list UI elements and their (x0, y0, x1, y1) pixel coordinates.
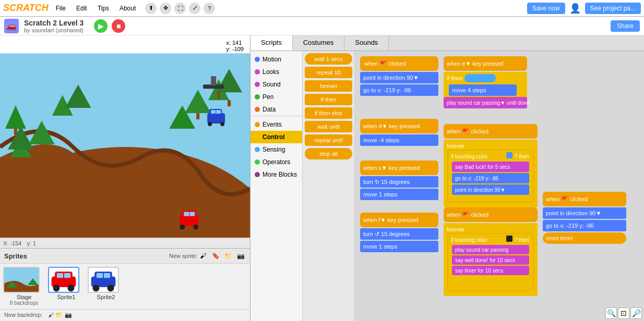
svg-rect-106 (452, 245, 529, 254)
more-categories: Events Control Sensing Operators (251, 116, 302, 183)
new-sprite-label: New sprite: (169, 253, 198, 259)
cat-data-label: Data (263, 106, 276, 113)
sensing-dot (255, 147, 260, 152)
nav-tips[interactable]: Tips (94, 4, 112, 13)
sprites-header: Sprites New sprite: 🖌 🔖 📁 📷 (0, 249, 250, 264)
tab-scripts[interactable]: Scripts (251, 35, 293, 51)
sprite2-item[interactable]: Sprite2 (88, 267, 124, 306)
svg-rect-63 (464, 74, 496, 82)
see-project-button[interactable]: See project pa... (585, 3, 641, 14)
cat-sensing[interactable]: Sensing (251, 143, 302, 156)
tab-sounds[interactable]: Sounds (344, 35, 389, 51)
save-now-button[interactable]: Save now (527, 3, 565, 14)
svg-text:when 🚩 clicked: when 🚩 clicked (446, 211, 488, 218)
svg-text:if  touching color: if touching color (451, 154, 488, 159)
upload-sprite-icon[interactable]: 📁 (223, 251, 233, 261)
block-repeat-until[interactable]: repeat until (305, 134, 352, 146)
paint-sprite-icon[interactable]: 🖌 (198, 251, 208, 261)
cat-events-label: Events (263, 121, 282, 128)
nav-file[interactable]: File (53, 4, 69, 13)
cat-pen[interactable]: Pen (251, 91, 302, 103)
svg-rect-70 (360, 134, 438, 146)
block-stop[interactable]: stop all (305, 148, 352, 159)
resize-icon[interactable]: ⤢ (189, 3, 200, 14)
cat-motion[interactable]: Motion (251, 53, 302, 66)
green-flag-button[interactable]: ▶ (94, 19, 108, 33)
sprites-list: Stage 8 backdrops (0, 264, 250, 309)
svg-text:if        then: if then (447, 75, 462, 81)
cat-looks[interactable]: Looks (251, 66, 302, 78)
sprites-title: Sprites (4, 252, 27, 260)
cat-looks-label: Looks (263, 68, 279, 76)
cat-motion-label: Motion (263, 56, 281, 63)
y-coord: y: -109 (226, 46, 244, 52)
camera-sprite-icon[interactable]: 📷 (235, 251, 246, 261)
svg-rect-112 (543, 192, 626, 206)
drag-icon[interactable]: ✥ (160, 3, 171, 14)
zoom-reset-button[interactable]: ⊡ (618, 307, 629, 319)
upload-icon[interactable]: ⬆ (145, 3, 157, 14)
svg-text:say timer for 10 secs: say timer for 10 secs (455, 268, 503, 274)
stop-button[interactable]: ■ (112, 19, 125, 33)
block-wait[interactable]: wait 1 secs (305, 53, 352, 65)
svg-text:go to x: -219 y: -86: go to x: -219 y: -86 (455, 176, 499, 181)
svg-rect-82 (360, 241, 438, 252)
block-forever[interactable]: forever (305, 80, 352, 92)
svg-rect-104 (506, 236, 512, 242)
svg-rect-61 (444, 72, 527, 99)
cat-data[interactable]: Data (251, 103, 302, 116)
svg-text:say Bad luck! for 5 secs: say Bad luck! for 5 secs (455, 164, 510, 170)
cat-control[interactable]: Control (251, 131, 302, 143)
svg-text:when 🚩 clicked: when 🚩 clicked (446, 128, 488, 135)
stage-area: x: 141 y: -109 X: -154 y: 1 Sprites New … (0, 35, 251, 321)
cat-events[interactable]: Events (251, 118, 302, 131)
zoom-in-button[interactable]: 🔍 (605, 307, 617, 319)
main-area: x: 141 y: -109 X: -154 y: 1 Sprites New … (0, 35, 644, 321)
svg-rect-114 (543, 207, 626, 219)
block-wait-until[interactable]: wait until (305, 121, 352, 132)
svg-rect-94 (452, 173, 529, 183)
categories-panel: Motion Looks Sound Pen Data (251, 51, 303, 321)
svg-text:when 🚩 clicked: when 🚩 clicked (364, 60, 406, 67)
svg-rect-110 (452, 266, 529, 275)
tab-costumes[interactable]: Costumes (293, 35, 345, 51)
svg-text:?  then: ? then (515, 154, 529, 159)
svg-rect-44 (57, 273, 63, 278)
cat-operators[interactable]: Operators (251, 156, 302, 168)
looks-dot (255, 69, 260, 75)
zoom-out-button[interactable]: 🔎 (630, 307, 642, 319)
block-if-then[interactable]: if then (305, 94, 352, 105)
svg-rect-25 (189, 212, 195, 216)
project-controls: ▶ ■ (94, 19, 125, 33)
control-dot (255, 134, 260, 140)
nav-edit[interactable]: Edit (73, 4, 90, 13)
fullscreen-icon[interactable]: ⛶ (174, 3, 186, 14)
svg-rect-116 (543, 220, 626, 231)
svg-text:play sound car passing: play sound car passing (455, 247, 508, 253)
sprite-icon-group: 🖌 🔖 📁 📷 (198, 251, 246, 261)
svg-text:point in direction 90▼: point in direction 90▼ (546, 210, 601, 216)
block-if-else[interactable]: if then else (305, 107, 352, 119)
block-repeat[interactable]: repeat 10 (305, 67, 352, 78)
svg-rect-92 (452, 162, 529, 172)
stage-thumbnail[interactable]: Stage 8 backdrops (3, 267, 45, 306)
svg-rect-90 (506, 152, 512, 158)
sprite1-label: Sprite1 (48, 294, 85, 300)
svg-rect-98 (444, 207, 538, 222)
nav-about[interactable]: About (116, 4, 139, 13)
script-workspace[interactable]: when 🚩 clicked point in direction 90▼ go… (355, 51, 644, 321)
svg-rect-102 (448, 233, 533, 291)
svg-text:say well done! for 10 secs: say well done! for 10 secs (455, 257, 515, 263)
help-icon[interactable]: ? (204, 3, 215, 14)
cat-operators-label: Operators (263, 158, 290, 166)
cat-control-label: Control (263, 133, 285, 141)
sprite1-item[interactable]: Sprite1 (48, 267, 85, 306)
stamp-sprite-icon[interactable]: 🔖 (210, 251, 221, 261)
svg-rect-96 (452, 184, 529, 195)
svg-rect-68 (360, 119, 438, 133)
share-button[interactable]: Share (611, 20, 640, 32)
cat-more-blocks[interactable]: More Blocks (251, 168, 302, 181)
svg-rect-74 (360, 176, 438, 188)
cat-sound[interactable]: Sound (251, 78, 302, 91)
svg-rect-30 (211, 110, 216, 114)
